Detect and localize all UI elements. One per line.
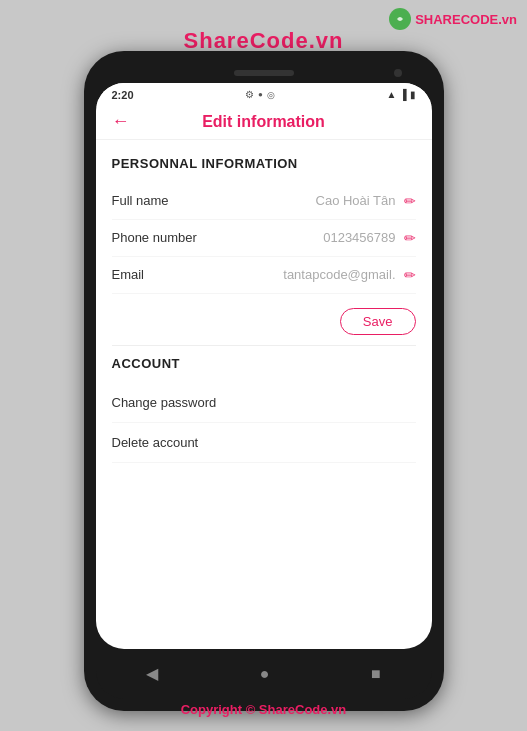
fullname-edit-icon[interactable]: ✏ (404, 193, 416, 209)
phone-speaker (234, 70, 294, 76)
save-button[interactable]: Save (340, 308, 416, 335)
phone-bottom-nav: ◀ ● ■ (96, 649, 432, 699)
phone-frame: 2:20 ⚙ ● ◎ ▲ ▐ ▮ ← Edit information PERS… (84, 51, 444, 711)
page-title: Edit information (202, 113, 325, 131)
fullname-label: Full name (112, 193, 212, 208)
save-btn-row: Save (112, 308, 416, 335)
status-right-icons: ▲ ▐ ▮ (387, 89, 416, 100)
wifi-icon: ▲ (387, 89, 397, 100)
phone-edit-icon[interactable]: ✏ (404, 230, 416, 246)
email-edit-icon[interactable]: ✏ (404, 267, 416, 283)
logo-icon (389, 8, 411, 30)
email-label: Email (112, 267, 212, 282)
phone-screen: 2:20 ⚙ ● ◎ ▲ ▐ ▮ ← Edit information PERS… (96, 83, 432, 649)
section-divider (112, 345, 416, 346)
nav-recent-button[interactable]: ■ (371, 665, 381, 683)
status-time: 2:20 (112, 89, 134, 101)
battery-icon: ▮ (410, 89, 416, 100)
logo-bar: SHARECODE.vn (389, 8, 517, 30)
phone-row: Phone number 0123456789 ✏ (112, 220, 416, 257)
fullname-row: Full name Cao Hoài Tân ✏ (112, 183, 416, 220)
settings-icon: ⚙ (245, 89, 254, 100)
account-section-title: ACCOUNT (112, 356, 416, 371)
status-icons: ⚙ ● ◎ (245, 89, 275, 100)
dot-icon: ● (258, 90, 263, 99)
phone-label: Phone number (112, 230, 212, 245)
back-button[interactable]: ← (112, 111, 130, 132)
circle-icon: ◎ (267, 90, 275, 100)
fullname-value: Cao Hoài Tân (212, 193, 404, 208)
email-row: Email tantapcode@gmail. ✏ (112, 257, 416, 294)
sharecode-logo: SHARECODE.vn (389, 8, 517, 30)
nav-home-button[interactable]: ● (260, 665, 270, 683)
copyright: Copyright © ShareCode.vn (0, 702, 527, 717)
logo-text: SHARECODE.vn (415, 12, 517, 27)
change-password-item[interactable]: Change password (112, 383, 416, 423)
phone-camera (394, 69, 402, 77)
delete-account-item[interactable]: Delete account (112, 423, 416, 463)
screen-content: PERSONNAL INFORMATION Full name Cao Hoài… (96, 140, 432, 626)
signal-icon: ▐ (399, 89, 406, 100)
app-header: ← Edit information (96, 105, 432, 140)
personal-section-title: PERSONNAL INFORMATION (112, 156, 416, 171)
nav-back-button[interactable]: ◀ (146, 664, 158, 683)
status-bar: 2:20 ⚙ ● ◎ ▲ ▐ ▮ (96, 83, 432, 105)
phone-top (96, 63, 432, 83)
phone-value: 0123456789 (212, 230, 404, 245)
email-value: tantapcode@gmail. (212, 267, 404, 282)
